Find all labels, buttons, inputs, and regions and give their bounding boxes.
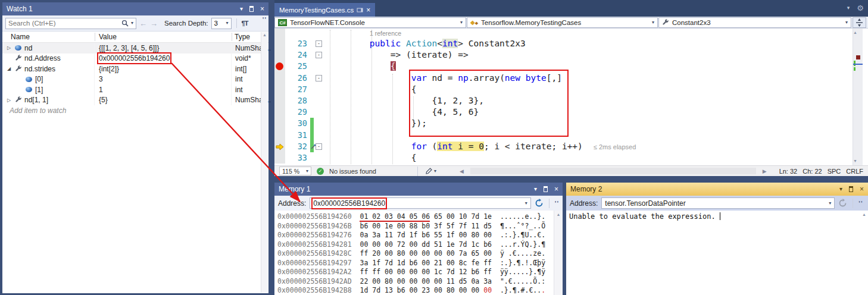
fold-margin[interactable]	[314, 61, 324, 72]
memory1-hex-view[interactable]: 0x000002556B194260 01 02 03 04 05 06 65 …	[274, 211, 554, 295]
back-arrow-icon[interactable]: ←	[139, 20, 147, 27]
watch-scrollbar[interactable]: ▲	[261, 32, 268, 293]
breakpoint-margin[interactable]	[274, 84, 285, 95]
close-icon[interactable]: ×	[554, 186, 558, 193]
memory-row[interactable]: 0x000002556B1942A2 ff ff 00 00 00 00 1c …	[277, 268, 554, 277]
toolbar-overflow-icon[interactable]: ''	[555, 200, 559, 207]
code-line-text[interactable]: });	[324, 118, 853, 129]
breakpoint-margin[interactable]	[274, 61, 285, 72]
fold-margin[interactable]: -	[314, 141, 324, 152]
code-line[interactable]: 33 {	[274, 152, 853, 164]
code-line[interactable]: 31	[274, 130, 853, 141]
code-line[interactable]: 28 {1, 2, 3},	[274, 95, 853, 106]
code-line[interactable]: 24- => (iterate) =>	[274, 49, 853, 61]
collapse-box-icon[interactable]: -	[316, 75, 322, 81]
code-line-text[interactable]: {	[324, 152, 853, 164]
expanded-expander-icon[interactable]: ◢	[6, 66, 12, 71]
issues-status[interactable]: No issues found	[329, 168, 376, 175]
breakpoint-icon[interactable]	[276, 62, 283, 70]
fold-margin[interactable]	[314, 106, 324, 118]
search-input[interactable]	[8, 20, 119, 27]
search-dropdown-icon[interactable]: ▾	[131, 21, 133, 26]
search-box[interactable]: ▾	[5, 18, 136, 29]
code-cleanup-button[interactable]: ▾	[425, 168, 436, 175]
breakpoint-margin[interactable]	[274, 130, 285, 141]
chevron-down-icon[interactable]: ▾	[525, 201, 527, 206]
code-editor[interactable]: 1 reference23- public Action<int> Consta…	[274, 29, 853, 165]
code-line-text[interactable]: => (iterate) =>	[324, 49, 853, 61]
watch-row[interactable]: ▷nd{[[1, 2, 3], [4, 5, 6]]}NumShar...	[2, 43, 261, 54]
code-line[interactable]: 32- for (int i = 0; i < iterate; i++)≤ 2…	[274, 141, 853, 152]
toolbar-overflow-icon[interactable]: ''	[263, 16, 267, 23]
column-divider[interactable]	[232, 33, 232, 41]
pin-icon[interactable]	[544, 186, 548, 193]
type-dropdown[interactable]: ◆◆ Tensorflow.MemoryTestingCases ▾	[467, 17, 658, 28]
scroll-up-icon[interactable]: ▲	[261, 32, 268, 38]
tab-close-icon[interactable]: ×	[366, 6, 370, 14]
project-dropdown[interactable]: C# TensorFlowNET.Console ▾	[274, 17, 466, 28]
line-ending-indicator[interactable]: CRLF	[846, 168, 863, 175]
collapsed-expander-icon[interactable]: ▷	[6, 45, 12, 51]
chevron-down-icon[interactable]: ▾	[829, 201, 831, 206]
memory1-address-input[interactable]: 0x000002556B194260 ▾	[310, 197, 530, 209]
member-dropdown[interactable]: Constant2x3 ▾	[658, 17, 851, 28]
breakpoint-margin[interactable]	[274, 106, 285, 118]
memory1-scrollbar[interactable]: ▲	[554, 211, 563, 295]
code-line[interactable]: 30 });	[274, 118, 853, 129]
tab-memorytestingcases[interactable]: MemoryTestingCases.cs ×	[274, 3, 375, 17]
fold-margin[interactable]	[314, 130, 324, 141]
window-menu-icon[interactable]: ▾	[534, 186, 537, 192]
editor-scrollbar[interactable]: ▲ ▼	[853, 29, 863, 165]
code-line-text[interactable]: public Action<int> Constant2x3	[324, 38, 853, 49]
breakpoint-margin[interactable]	[274, 38, 285, 49]
search-icon[interactable]	[121, 20, 129, 27]
breakpoint-margin[interactable]	[274, 118, 285, 129]
code-line-text[interactable]: for (int i = 0; i < iterate; i++)≤ 2ms e…	[324, 141, 853, 152]
memory-row[interactable]: 0x000002556B1942AD 22 00 80 00 00 00 00 …	[277, 277, 554, 287]
codelens-references[interactable]: 1 reference	[324, 29, 853, 38]
code-line-text[interactable]: {	[324, 61, 853, 72]
code-line-text[interactable]	[324, 130, 853, 141]
memory-row[interactable]: 0x000002556B194260 01 02 03 04 05 06 65 …	[277, 212, 554, 222]
scroll-up-icon[interactable]: ▲	[862, 212, 866, 216]
window-menu-icon[interactable]: ▾	[240, 6, 243, 12]
column-header-name[interactable]: Name	[11, 33, 30, 41]
code-line[interactable]: 25 {	[274, 61, 853, 72]
column-header-value[interactable]: Value	[99, 33, 117, 41]
fold-margin[interactable]	[314, 118, 324, 129]
column-header-type[interactable]: Type	[235, 33, 250, 41]
close-icon[interactable]: ×	[260, 5, 264, 12]
collapse-box-icon[interactable]: -	[316, 40, 322, 47]
refresh-icon[interactable]	[535, 199, 544, 208]
memory-row[interactable]: 0x000002556B1942B8 1d 7d 13 b6 00 23 00 …	[277, 286, 554, 295]
toolbar-overflow-icon[interactable]: ''	[858, 200, 863, 207]
code-line-text[interactable]: {4, 5, 6}	[324, 106, 853, 118]
fold-margin[interactable]: -	[314, 73, 324, 84]
fold-margin[interactable]	[314, 84, 324, 95]
code-line-text[interactable]: {	[324, 84, 853, 95]
fold-margin[interactable]: -	[314, 49, 324, 61]
fold-margin[interactable]	[314, 95, 324, 106]
scroll-right-icon[interactable]: ▶	[763, 168, 767, 174]
indent-mode-indicator[interactable]: SPC	[828, 168, 841, 175]
watch-row[interactable]: [1]1int	[2, 84, 261, 95]
pin-icon[interactable]	[249, 5, 254, 12]
column-indicator[interactable]: Ch: 22	[803, 168, 822, 175]
memory-row[interactable]: 0x000002556B194297 3a 1f 7d 1d b6 00 21 …	[277, 259, 554, 268]
breakpoint-margin[interactable]	[274, 49, 285, 61]
code-line[interactable]: 26- var nd = np.array(new byte[,]	[274, 73, 853, 84]
code-line-text[interactable]: {1, 2, 3},	[324, 95, 853, 106]
breakpoint-margin[interactable]	[274, 73, 285, 84]
fold-margin[interactable]	[314, 29, 324, 38]
memory1-titlebar[interactable]: Memory 1 ▾ ×	[274, 183, 563, 196]
code-line-text[interactable]: var nd = np.array(new byte[,]	[324, 73, 853, 84]
zoom-select[interactable]: 115 % ▾	[279, 167, 311, 175]
collapsed-expander-icon[interactable]: ▷	[6, 98, 12, 103]
column-divider[interactable]	[95, 33, 95, 41]
line-indicator[interactable]: Ln: 32	[779, 168, 798, 175]
watch-row[interactable]: ▷nd[1, 1]{5}NumShar...	[2, 95, 261, 106]
format-specifier-icon[interactable]: ¶T	[242, 20, 248, 27]
split-editor-button[interactable]	[853, 17, 866, 28]
memory-row[interactable]: 0x000002556B194281 00 00 00 72 00 dd 51 …	[277, 240, 554, 250]
fold-margin[interactable]	[314, 152, 324, 164]
